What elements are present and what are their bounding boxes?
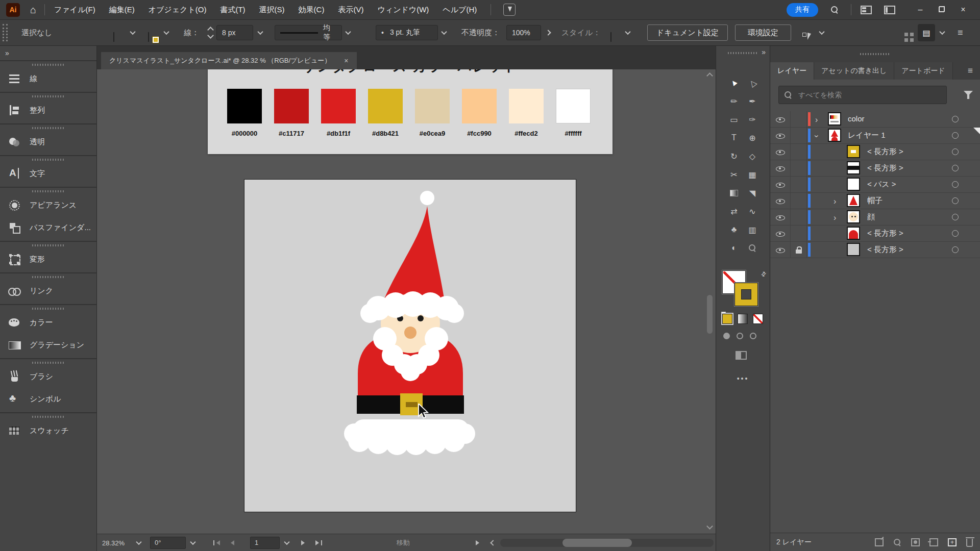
curvature-tool[interactable]: ✏: [725, 92, 743, 110]
visibility-toggle[interactable]: [770, 160, 791, 176]
canvas-pasteboard[interactable]: サンタクロース カラーパレット #000000 #c11717 #db1f1f …: [97, 69, 716, 534]
lock-toggle[interactable]: [791, 193, 807, 209]
selection-tool[interactable]: ▲: [725, 73, 743, 92]
layer-row[interactable]: › color: [770, 111, 980, 128]
layer-target-icon[interactable]: [952, 246, 959, 253]
sidebar-item-stroke[interactable]: 線: [0, 67, 96, 90]
zoom-tool[interactable]: [743, 239, 762, 257]
sidebar-item-swatches[interactable]: スウォッチ: [0, 419, 96, 442]
layer-name[interactable]: < 長方形 >: [867, 229, 903, 238]
menu-view[interactable]: 表示(V): [338, 5, 363, 15]
draw-normal-icon[interactable]: [723, 333, 730, 339]
layer-thumbnail[interactable]: [847, 161, 860, 174]
first-artboard-button[interactable]: [213, 540, 220, 545]
workspace-dropdown-icon[interactable]: [939, 29, 945, 35]
make-clipping-mask-icon[interactable]: [911, 538, 920, 546]
fill-swatch[interactable]: [113, 32, 114, 42]
layer-name[interactable]: 帽子: [867, 196, 883, 206]
expand-chevron-icon[interactable]: ›: [834, 213, 836, 222]
fill-dropdown-icon[interactable]: [130, 29, 135, 35]
app-logo-icon[interactable]: Ai: [6, 3, 20, 17]
layer-name[interactable]: < 長方形 >: [867, 163, 903, 173]
sidebar-item-symbols[interactable]: シンボル: [0, 388, 96, 410]
visibility-toggle[interactable]: [770, 144, 791, 160]
layer-name[interactable]: < パス >: [867, 180, 896, 189]
collect-for-export-icon[interactable]: [875, 538, 884, 546]
tab-artboards[interactable]: アートボード: [894, 62, 952, 80]
palette-swatch[interactable]: [556, 89, 591, 123]
sidebar-item-links[interactable]: リンク: [0, 280, 96, 302]
panel-menu-icon[interactable]: ≡: [958, 28, 963, 38]
arrange-documents-icon[interactable]: [861, 6, 872, 14]
sidebar-item-brushes[interactable]: ブラシ: [0, 365, 96, 388]
layer-target-icon[interactable]: [952, 132, 959, 139]
panel-grip[interactable]: [3, 24, 8, 41]
locate-object-icon[interactable]: [893, 538, 901, 546]
layer-name[interactable]: color: [848, 114, 865, 123]
menu-file[interactable]: ファイル(F): [54, 5, 95, 15]
lock-toggle[interactable]: [791, 177, 807, 192]
stroke-width-dropdown-icon[interactable]: [257, 29, 263, 35]
santa-illustration[interactable]: [244, 180, 576, 512]
none-swatch-button[interactable]: [753, 314, 763, 324]
shear-tool[interactable]: ⇄: [725, 202, 743, 220]
search-input[interactable]: [797, 90, 941, 99]
sidebar-item-align[interactable]: 整列: [0, 99, 96, 121]
layer-thumbnail[interactable]: [847, 243, 860, 256]
mesh-tool[interactable]: ◐: [725, 239, 743, 257]
document-tab[interactable]: クリスマスイラスト_サンタクロース.ai* @ 28.32 % （RGB/プレビ…: [101, 52, 357, 69]
sidebar-item-gradient[interactable]: グラデーション: [0, 334, 96, 356]
visibility-toggle[interactable]: [770, 177, 791, 192]
menu-object[interactable]: オブジェクト(O): [149, 5, 207, 15]
color-swatch-button[interactable]: [722, 314, 732, 324]
lock-toggle[interactable]: [791, 144, 807, 160]
filter-icon[interactable]: [964, 91, 973, 99]
rotate-tool[interactable]: ↻: [725, 147, 743, 165]
layer-thumbnail[interactable]: [847, 194, 860, 207]
panel-menu-icon[interactable]: ≡: [968, 66, 973, 76]
stroke-width-field[interactable]: 8 px: [216, 25, 253, 40]
expand-panels-icon[interactable]: »: [5, 49, 9, 57]
layer-name[interactable]: < 長方形 >: [867, 147, 903, 157]
gradient-swatch-button[interactable]: [738, 314, 748, 324]
expand-toolbar-icon[interactable]: »: [762, 48, 766, 56]
zoom-dropdown-icon[interactable]: [136, 539, 141, 544]
style-dropdown-icon[interactable]: [625, 29, 630, 35]
scissors-tool[interactable]: ✂: [725, 165, 743, 184]
tab-layers[interactable]: レイヤー: [770, 62, 814, 80]
eyedropper-tool[interactable]: ◥: [743, 184, 762, 202]
layer-target-icon[interactable]: [952, 197, 959, 204]
width-tool[interactable]: ∿: [743, 202, 762, 220]
scrollbar-thumb[interactable]: [562, 539, 632, 547]
scroll-up-icon[interactable]: [706, 72, 713, 79]
menu-type[interactable]: 書式(T): [220, 5, 245, 15]
tab-asset-export[interactable]: アセットの書き出し: [814, 62, 894, 80]
palette-swatch[interactable]: [509, 89, 544, 123]
symbol-sprayer-tool[interactable]: ♣: [725, 220, 743, 239]
visibility-toggle[interactable]: [770, 128, 791, 143]
layer-target-icon[interactable]: [952, 181, 959, 188]
menu-help[interactable]: ヘルプ(H): [443, 5, 477, 15]
last-artboard-button[interactable]: [315, 540, 322, 545]
palette-swatch[interactable]: [415, 89, 450, 123]
layer-search-box[interactable]: [778, 86, 947, 104]
rotation-field[interactable]: 0°: [150, 537, 186, 549]
layer-row[interactable]: < パス >: [770, 177, 980, 193]
layer-target-icon[interactable]: [952, 116, 959, 122]
touch-workspace-icon[interactable]: [503, 4, 516, 16]
vertical-scrollbar[interactable]: [705, 71, 715, 531]
scroll-down-icon[interactable]: [706, 523, 713, 530]
layer-target-icon[interactable]: [952, 214, 959, 220]
home-icon[interactable]: ⌂: [30, 4, 36, 16]
more-tools-icon[interactable]: •••: [716, 374, 770, 383]
layer-name[interactable]: < 長方形 >: [867, 245, 903, 255]
draw-behind-icon[interactable]: [737, 333, 743, 339]
collapse-chevron-icon[interactable]: ›: [812, 135, 821, 137]
stroke-width-stepper[interactable]: [207, 26, 213, 39]
palette-swatch[interactable]: [462, 89, 497, 123]
brush-field[interactable]: •3 pt. 丸筆: [376, 25, 438, 40]
graph-tool[interactable]: ▥: [743, 220, 762, 239]
artboard-dropdown-icon[interactable]: [284, 539, 289, 544]
swap-fill-stroke-icon[interactable]: ⇄: [759, 269, 768, 278]
stroke-profile-field[interactable]: 均等: [275, 25, 342, 40]
